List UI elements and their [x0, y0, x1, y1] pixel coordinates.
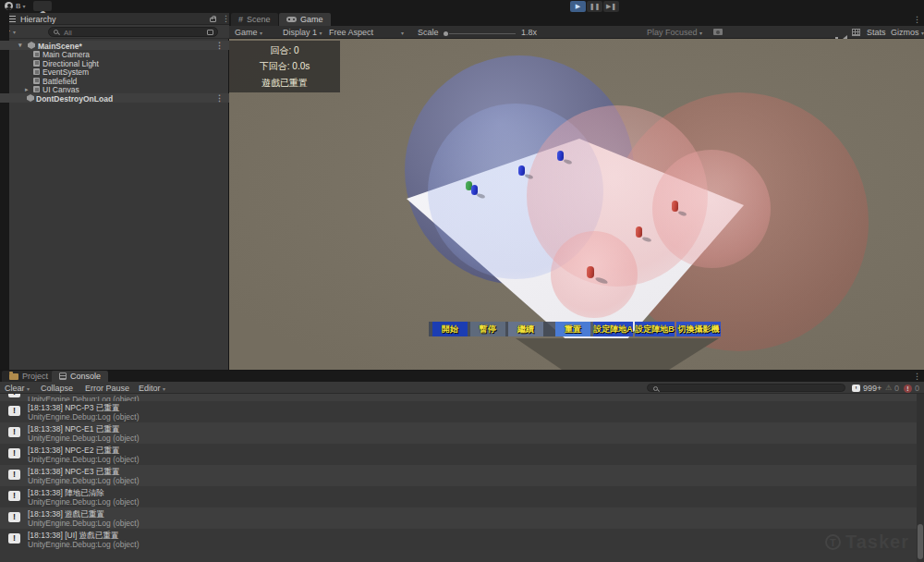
npc-capsule-red-3: [587, 266, 594, 278]
play-icon: ▶: [576, 3, 580, 10]
search-preset-icon[interactable]: [207, 30, 213, 35]
gameobject-icon: [33, 86, 40, 92]
red-field-dome-bottom: [551, 231, 638, 318]
console-log-entry[interactable]: ! [18:13:38] 遊戲已重置 UnityEngine.Debug:Log…: [0, 507, 917, 529]
collapse-button[interactable]: Collapse: [41, 384, 73, 393]
tab-project[interactable]: Project: [2, 371, 55, 382]
play-button[interactable]: ▶: [570, 1, 586, 12]
scale-label: Scale: [418, 28, 439, 37]
display-select[interactable]: Display 1 ▾: [283, 28, 322, 37]
game-button-start[interactable]: 開始: [432, 322, 468, 336]
hierarchy-header[interactable]: Hierarchy ⋮: [0, 13, 229, 25]
step-button[interactable]: ▶❚: [603, 1, 619, 12]
npc-capsule-red-1: [672, 201, 678, 212]
error-pause-button[interactable]: Error Pause: [85, 384, 129, 393]
gizmos-menu[interactable]: Gizmos ▾: [891, 28, 924, 37]
hierarchy-search-input[interactable]: All: [48, 27, 218, 37]
error-count[interactable]: 0: [915, 384, 919, 393]
tab-scene[interactable]: # Scene: [231, 13, 278, 26]
tree-item-battlefield[interactable]: Battlefield: [0, 76, 229, 85]
red-field-dome-right: [652, 150, 771, 268]
caret-collapsed-icon[interactable]: ▸: [25, 86, 29, 93]
warning-count[interactable]: 0: [894, 384, 899, 393]
console-log-entry[interactable]: ! [18:13:38] NPC-E3 已重置 UnityEngine.Debu…: [0, 465, 917, 486]
warning-icon[interactable]: ⚠: [885, 384, 892, 392]
search-filter-value: All: [64, 29, 72, 37]
chevron-down-icon: ▾: [401, 30, 404, 36]
console-icon: [59, 373, 67, 380]
game-button-set-camp-a[interactable]: 設定陣地A: [593, 322, 633, 336]
console-log-entry[interactable]: ! [18:13:38] NPC-P3 已重置 UnityEngine.Debu…: [0, 401, 917, 422]
tree-item-main-camera[interactable]: Main Camera: [0, 50, 229, 59]
caret-expanded-icon[interactable]: ▾: [18, 42, 22, 49]
tab-game[interactable]: Game: [279, 13, 331, 26]
game-button-resume[interactable]: 繼續: [508, 322, 543, 336]
main-toolbar: B ▾ ☁ ▶ ❚❚ ▶❚: [0, 0, 924, 13]
play-focused-select[interactable]: Play Focused ▾: [647, 28, 702, 37]
console-toolbar: Clear ▾ Collapse Error Pause Editor ▾ ! …: [0, 382, 924, 394]
stats-button[interactable]: Stats: [867, 28, 886, 37]
console-log-list: ! UnityEngine.Debug:Log (object) ! [18:1…: [0, 394, 917, 562]
console-log-entry-partial[interactable]: ! UnityEngine.Debug:Log (object): [0, 394, 917, 401]
npc-capsule-blue-2: [518, 165, 525, 176]
next-round-timer: 下回合: 0.0s: [260, 60, 310, 73]
tree-item-dontdestroyonload[interactable]: DontDestroyOnLoad ⋮: [0, 93, 229, 103]
tree-item-mainscene[interactable]: ▾ MainScene* ⋮: [0, 41, 229, 50]
scale-slider[interactable]: [444, 31, 448, 36]
game-button-set-camp-b[interactable]: 設定陣地B: [635, 322, 675, 336]
lock-icon[interactable]: [210, 18, 216, 22]
info-log-icon[interactable]: !: [852, 385, 860, 392]
scene-icon: [28, 42, 35, 49]
kebab-menu-icon[interactable]: ⋮: [913, 373, 921, 381]
round-counter: 回合: 0: [270, 44, 298, 57]
console-log-entry[interactable]: ! [18:13:38] NPC-E2 已重置 UnityEngine.Debu…: [0, 444, 917, 465]
pause-button[interactable]: ❚❚: [587, 1, 602, 12]
log-info-icon: !: [8, 470, 20, 480]
editor-menu[interactable]: Editor ▾: [139, 384, 165, 393]
log-info-icon: !: [8, 406, 20, 416]
gameobject-icon: [33, 68, 40, 75]
chevron-down-icon: ▾: [13, 29, 16, 35]
console-log-entry[interactable]: ! [18:13:38] 陣地已清除 UnityEngine.Debug:Log…: [0, 486, 917, 507]
info-log-count[interactable]: 999+: [863, 384, 881, 393]
log-info-icon: !: [8, 448, 20, 458]
console-log-entry[interactable]: ! [18:13:38] [UI] 遊戲已重置 UnityEngine.Debu…: [0, 529, 917, 550]
log-info-icon: !: [8, 427, 20, 437]
tab-console[interactable]: Console: [52, 371, 108, 382]
tree-item-ui-canvas[interactable]: ▸ UI Canvas: [0, 85, 229, 94]
scrollbar-thumb[interactable]: [918, 524, 923, 559]
gamepad-icon: [286, 17, 297, 22]
scale-value: 1.8x: [521, 28, 537, 37]
kebab-menu-icon[interactable]: ⋮: [215, 42, 224, 50]
console-search-input[interactable]: [647, 384, 845, 392]
tasker-watermark: T Tasker: [825, 531, 909, 553]
game-viewport[interactable]: 開始 暫停 繼續 重置 設定陣地A 設定陣地B 切換攝影機 回合: 0 下回合:…: [229, 39, 924, 370]
error-icon[interactable]: !: [904, 385, 912, 393]
tree-item-eventsystem[interactable]: EventSystem: [0, 67, 229, 77]
game-button-pause[interactable]: 暫停: [470, 322, 505, 336]
console-scrollbar[interactable]: [917, 394, 924, 562]
game-hud-overlay: 回合: 0 下回合: 0.0s 遊戲已重置: [229, 41, 340, 92]
game-button-reset[interactable]: 重置: [555, 322, 590, 336]
game-display-menu[interactable]: Game ▾: [235, 28, 262, 37]
account-menu[interactable]: B ▾: [16, 2, 26, 10]
console-log-entry[interactable]: ! [18:13:38] NPC-E1 已重置 UnityEngine.Debu…: [0, 422, 917, 444]
unity-editor-window: B ▾ ☁ ▶ ❚❚ ▶❚ Hierarchy ⋮ + ▾ All: [0, 0, 924, 562]
aspect-select[interactable]: Free Aspect: [329, 28, 373, 37]
cloud-services-button[interactable]: ☁: [33, 1, 52, 11]
kebab-menu-icon[interactable]: ⋮: [215, 94, 224, 103]
gameobject-icon: [33, 60, 40, 67]
game-button-switch-camera[interactable]: 切換攝影機: [676, 322, 721, 336]
npc-capsule-blue-1: [557, 151, 564, 161]
scale-slider-track[interactable]: [449, 33, 516, 34]
vsync-grid-icon[interactable]: [852, 29, 860, 36]
account-icon[interactable]: [5, 2, 13, 10]
tasker-logo-icon: T: [825, 534, 841, 550]
capture-icon[interactable]: [713, 29, 723, 35]
panel-title: Hierarchy: [20, 15, 56, 24]
tree-item-directional-light[interactable]: Directional Light: [0, 58, 229, 67]
kebab-menu-icon[interactable]: ⋮: [913, 16, 921, 24]
clear-button[interactable]: Clear ▾: [5, 384, 30, 393]
hierarchy-tree: ▾ MainScene* ⋮ Main Camera Directional L…: [0, 39, 229, 370]
gameobject-icon: [33, 78, 40, 84]
